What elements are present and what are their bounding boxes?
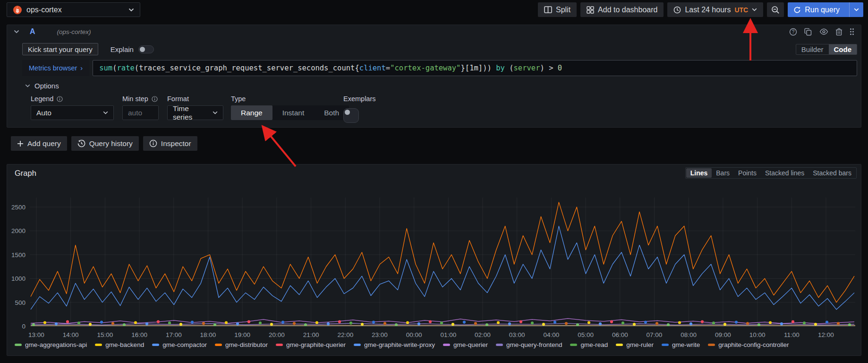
legend-swatch [215, 344, 222, 346]
builder-mode-tab[interactable]: Builder [796, 44, 829, 54]
viz-tab-stacked-lines[interactable]: Stacked lines [761, 168, 808, 178]
legend-item[interactable]: gme-query-frontend [496, 341, 562, 348]
svg-text:15:00: 15:00 [97, 331, 113, 338]
secondary-actions: Add query Query history Inspector [11, 136, 197, 151]
svg-text:0: 0 [22, 323, 26, 330]
svg-text:08:00: 08:00 [681, 331, 697, 338]
legend-label: gme-backend [105, 341, 144, 348]
svg-text:09:00: 09:00 [715, 331, 731, 338]
svg-text:20:00: 20:00 [269, 331, 285, 338]
legend-select[interactable]: Auto [31, 105, 114, 120]
svg-text:00:00: 00:00 [406, 331, 422, 338]
legend-swatch [496, 344, 503, 346]
run-query-dropdown[interactable] [849, 2, 863, 17]
legend-item[interactable]: gme-backend [95, 341, 144, 348]
legend-option-label: Legend [31, 95, 63, 103]
datasource-picker[interactable]: ops-cortex [7, 2, 140, 17]
options-label: Options [34, 82, 59, 90]
legend-label: gme-write [672, 341, 700, 348]
svg-text:03:00: 03:00 [509, 331, 525, 338]
query-ref-id[interactable]: A [30, 27, 35, 36]
timezone-label: UTC [734, 6, 748, 14]
graph-legend: gme-aggregations-apigme-backendgme-compa… [15, 341, 857, 348]
svg-text:16:00: 16:00 [131, 331, 147, 338]
viz-tab-bars[interactable]: Bars [712, 168, 734, 178]
min-step-input[interactable] [122, 105, 159, 120]
svg-text:2000: 2000 [11, 227, 26, 234]
metrics-browser-label: Metrics browser [29, 64, 77, 72]
svg-text:04:00: 04:00 [544, 331, 560, 338]
arrow-points-to-range [264, 129, 296, 166]
legend-item[interactable]: gme-aggregations-api [15, 341, 87, 348]
legend-label: gme-aggregations-api [25, 341, 87, 348]
query-history-button[interactable]: Query history [71, 136, 139, 151]
trash-icon[interactable] [835, 28, 842, 36]
format-select-value: Time series [173, 104, 207, 121]
explain-toggle[interactable] [138, 45, 154, 53]
kick-start-query-button[interactable]: Kick start your query [22, 43, 98, 55]
query-type-range[interactable]: Range [231, 105, 272, 120]
legend-item[interactable]: gme-graphite-querier [276, 341, 346, 348]
viz-tab-points[interactable]: Points [734, 168, 761, 178]
run-query-label: Run query [805, 6, 840, 14]
eye-icon[interactable] [819, 28, 828, 35]
query-expression: sum(rate(traces_service_graph_request_se… [99, 64, 562, 72]
legend-item[interactable]: graphite-config-controller [708, 341, 789, 348]
query-editor-panel: A (ops-cortex) ? Kick start your query E… [7, 25, 861, 128]
svg-text:11:00: 11:00 [784, 331, 800, 338]
inspector-button[interactable]: Inspector [143, 136, 197, 151]
query-expression-input[interactable]: sum(rate(traces_service_graph_request_se… [93, 60, 857, 76]
prometheus-logo-icon [13, 5, 22, 15]
legend-swatch [616, 344, 623, 346]
help-circle-icon[interactable]: ? [789, 28, 797, 36]
split-button[interactable]: Split [538, 2, 577, 17]
legend-item[interactable]: gme-querier [443, 341, 488, 348]
code-mode-tab[interactable]: Code [829, 44, 857, 54]
viz-tab-lines[interactable]: Lines [686, 168, 712, 178]
add-to-dashboard-label: Add to dashboard [598, 6, 657, 14]
min-step-option-label: Min step [122, 95, 158, 103]
query-type-switcher: RangeInstantBoth [231, 105, 349, 120]
add-to-dashboard-button[interactable]: Add to dashboard [580, 2, 664, 17]
svg-text:21:00: 21:00 [303, 331, 319, 338]
zoom-out-time-button[interactable] [767, 2, 784, 17]
legend-item[interactable]: gme-ruler [616, 341, 654, 348]
legend-item[interactable]: gme-read [570, 341, 608, 348]
legend-swatch [708, 344, 715, 346]
graph-canvas[interactable]: 0500100015002000250013:0014:0015:0016:00… [8, 180, 860, 341]
exemplars-toggle[interactable] [343, 108, 359, 123]
legend-item[interactable]: gme-write [662, 341, 700, 348]
metrics-browser-button[interactable]: Metrics browser › [22, 60, 89, 76]
svg-text:13:00: 13:00 [28, 331, 44, 338]
time-range-picker[interactable]: Last 24 hours UTC [667, 2, 763, 17]
inspector-label: Inspector [161, 139, 191, 148]
svg-text:?: ? [792, 29, 795, 35]
copy-icon[interactable] [804, 28, 812, 36]
chevron-down-icon [213, 111, 218, 114]
info-circle-icon [152, 96, 158, 102]
run-query-button[interactable]: Run query [788, 2, 863, 17]
format-select[interactable]: Time series [167, 105, 223, 120]
editor-mode-switcher: Builder Code [796, 44, 857, 55]
apps-grid-icon [587, 6, 594, 14]
drag-grip-icon[interactable] [850, 28, 854, 35]
svg-text:22:00: 22:00 [337, 331, 353, 338]
add-query-label: Add query [27, 139, 61, 148]
viz-tab-stacked-bars[interactable]: Stacked bars [808, 168, 856, 178]
svg-text:10:00: 10:00 [749, 331, 766, 338]
svg-text:07:00: 07:00 [647, 331, 663, 338]
add-query-button[interactable]: Add query [11, 136, 67, 151]
query-type-instant[interactable]: Instant [272, 105, 315, 120]
chevron-down-icon [103, 111, 108, 114]
options-section-toggle[interactable]: Options [25, 82, 59, 90]
legend-item[interactable]: gme-graphite-write-proxy [354, 341, 435, 348]
legend-label: gme-graphite-write-proxy [364, 341, 435, 348]
legend-item[interactable]: gme-compactor [152, 341, 207, 348]
magnifier-minus-icon [771, 6, 780, 14]
legend-item[interactable]: gme-distributor [215, 341, 268, 348]
svg-text:14:00: 14:00 [63, 331, 79, 338]
info-circle-icon [149, 139, 157, 147]
chevron-down-icon [128, 8, 134, 12]
graph-panel: Graph LinesBarsPointsStacked linesStacke… [7, 164, 861, 356]
collapse-chevron-icon[interactable] [14, 30, 19, 34]
